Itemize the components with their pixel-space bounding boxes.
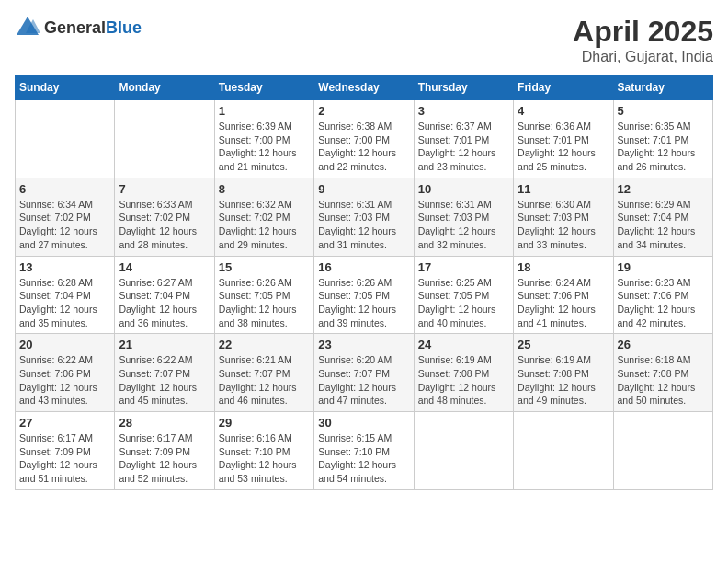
logo-icon: [15, 15, 40, 40]
day-detail: Sunrise: 6:19 AMSunset: 7:08 PMDaylight:…: [418, 353, 509, 408]
calendar-cell: 9Sunrise: 6:31 AMSunset: 7:03 PMDaylight…: [314, 178, 414, 256]
calendar-week-row: 1Sunrise: 6:39 AMSunset: 7:00 PMDaylight…: [16, 100, 713, 178]
day-detail: Sunrise: 6:27 AMSunset: 7:04 PMDaylight:…: [119, 276, 210, 330]
day-number: 21: [119, 338, 210, 351]
calendar-week-row: 13Sunrise: 6:28 AMSunset: 7:04 PMDayligh…: [16, 256, 713, 334]
day-detail: Sunrise: 6:26 AMSunset: 7:05 PMDaylight:…: [318, 276, 409, 330]
day-detail: Sunrise: 6:17 AMSunset: 7:09 PMDaylight:…: [19, 431, 110, 486]
day-number: 15: [219, 260, 310, 274]
calendar-cell: 12Sunrise: 6:29 AMSunset: 7:04 PMDayligh…: [613, 178, 712, 256]
day-number: 13: [19, 260, 110, 274]
calendar-cell: 21Sunrise: 6:22 AMSunset: 7:07 PMDayligh…: [115, 334, 214, 412]
calendar-cell: [414, 412, 513, 490]
day-detail: Sunrise: 6:25 AMSunset: 7:05 PMDaylight:…: [418, 276, 509, 330]
calendar-cell: 4Sunrise: 6:36 AMSunset: 7:01 PMDaylight…: [514, 100, 613, 178]
header-wednesday: Wednesday: [314, 75, 414, 100]
day-detail: Sunrise: 6:17 AMSunset: 7:09 PMDaylight:…: [119, 431, 210, 486]
day-number: 16: [318, 260, 409, 274]
day-number: 4: [518, 104, 609, 118]
calendar-cell: 17Sunrise: 6:25 AMSunset: 7:05 PMDayligh…: [414, 256, 513, 334]
calendar-cell: 29Sunrise: 6:16 AMSunset: 7:10 PMDayligh…: [214, 412, 313, 490]
title-area: April 2025 Dhari, Gujarat, India: [573, 15, 713, 65]
day-number: 6: [19, 182, 110, 196]
day-number: 25: [518, 338, 609, 351]
calendar-week-row: 20Sunrise: 6:22 AMSunset: 7:06 PMDayligh…: [16, 334, 713, 412]
day-detail: Sunrise: 6:15 AMSunset: 7:10 PMDaylight:…: [318, 431, 409, 486]
day-detail: Sunrise: 6:38 AMSunset: 7:00 PMDaylight:…: [318, 120, 409, 174]
calendar-cell: 1Sunrise: 6:39 AMSunset: 7:00 PMDaylight…: [214, 100, 313, 178]
calendar-cell: [115, 100, 214, 178]
day-number: 5: [618, 104, 709, 118]
calendar-cell: 19Sunrise: 6:23 AMSunset: 7:06 PMDayligh…: [613, 256, 712, 334]
day-number: 10: [418, 182, 509, 196]
calendar-cell: [613, 412, 712, 490]
header-sunday: Sunday: [16, 75, 115, 100]
month-title: April 2025: [573, 15, 713, 49]
day-number: 9: [318, 182, 409, 196]
calendar-cell: 23Sunrise: 6:20 AMSunset: 7:07 PMDayligh…: [314, 334, 414, 412]
calendar-cell: 27Sunrise: 6:17 AMSunset: 7:09 PMDayligh…: [16, 412, 115, 490]
day-detail: Sunrise: 6:29 AMSunset: 7:04 PMDaylight:…: [618, 198, 709, 252]
weekday-header-row: Sunday Monday Tuesday Wednesday Thursday…: [16, 75, 713, 100]
header-friday: Friday: [514, 75, 613, 100]
calendar-cell: 25Sunrise: 6:19 AMSunset: 7:08 PMDayligh…: [514, 334, 613, 412]
day-number: 11: [518, 182, 609, 196]
header-thursday: Thursday: [414, 75, 513, 100]
day-number: 7: [119, 182, 210, 196]
day-number: 1: [219, 104, 310, 118]
calendar-cell: 3Sunrise: 6:37 AMSunset: 7:01 PMDaylight…: [414, 100, 513, 178]
calendar-cell: 26Sunrise: 6:18 AMSunset: 7:08 PMDayligh…: [613, 334, 712, 412]
calendar-body: 1Sunrise: 6:39 AMSunset: 7:00 PMDaylight…: [16, 100, 713, 490]
day-detail: Sunrise: 6:16 AMSunset: 7:10 PMDaylight:…: [219, 431, 310, 486]
day-detail: Sunrise: 6:34 AMSunset: 7:02 PMDaylight:…: [19, 198, 110, 252]
calendar-cell: 28Sunrise: 6:17 AMSunset: 7:09 PMDayligh…: [115, 412, 214, 490]
calendar-cell: 11Sunrise: 6:30 AMSunset: 7:03 PMDayligh…: [514, 178, 613, 256]
day-detail: Sunrise: 6:21 AMSunset: 7:07 PMDaylight:…: [219, 353, 310, 408]
day-number: 20: [19, 338, 110, 351]
day-detail: Sunrise: 6:33 AMSunset: 7:02 PMDaylight:…: [119, 198, 210, 252]
day-number: 27: [19, 416, 110, 430]
header-monday: Monday: [115, 75, 214, 100]
calendar-cell: 30Sunrise: 6:15 AMSunset: 7:10 PMDayligh…: [314, 412, 414, 490]
calendar-cell: 10Sunrise: 6:31 AMSunset: 7:03 PMDayligh…: [414, 178, 513, 256]
day-number: 8: [219, 182, 310, 196]
day-number: 18: [518, 260, 609, 274]
calendar-cell: 18Sunrise: 6:24 AMSunset: 7:06 PMDayligh…: [514, 256, 613, 334]
day-detail: Sunrise: 6:32 AMSunset: 7:02 PMDaylight:…: [219, 198, 310, 252]
day-number: 14: [119, 260, 210, 274]
day-number: 26: [618, 338, 709, 351]
day-number: 22: [219, 338, 310, 351]
calendar-cell: 15Sunrise: 6:26 AMSunset: 7:05 PMDayligh…: [214, 256, 313, 334]
day-detail: Sunrise: 6:26 AMSunset: 7:05 PMDaylight:…: [219, 276, 310, 330]
day-detail: Sunrise: 6:31 AMSunset: 7:03 PMDaylight:…: [318, 198, 409, 252]
day-number: 29: [219, 416, 310, 430]
day-number: 28: [119, 416, 210, 430]
day-detail: Sunrise: 6:19 AMSunset: 7:08 PMDaylight:…: [518, 353, 609, 408]
calendar-cell: 14Sunrise: 6:27 AMSunset: 7:04 PMDayligh…: [115, 256, 214, 334]
day-detail: Sunrise: 6:22 AMSunset: 7:06 PMDaylight:…: [19, 353, 110, 408]
day-detail: Sunrise: 6:35 AMSunset: 7:01 PMDaylight:…: [618, 120, 709, 174]
day-detail: Sunrise: 6:20 AMSunset: 7:07 PMDaylight:…: [318, 353, 409, 408]
page-header: GeneralBlue April 2025 Dhari, Gujarat, I…: [15, 15, 713, 65]
calendar-week-row: 6Sunrise: 6:34 AMSunset: 7:02 PMDaylight…: [16, 178, 713, 256]
calendar-cell: 7Sunrise: 6:33 AMSunset: 7:02 PMDaylight…: [115, 178, 214, 256]
day-number: 23: [318, 338, 409, 351]
day-number: 30: [318, 416, 409, 430]
day-number: 17: [418, 260, 509, 274]
day-number: 2: [318, 104, 409, 118]
day-number: 12: [618, 182, 709, 196]
day-detail: Sunrise: 6:37 AMSunset: 7:01 PMDaylight:…: [418, 120, 509, 174]
calendar-week-row: 27Sunrise: 6:17 AMSunset: 7:09 PMDayligh…: [16, 412, 713, 490]
day-detail: Sunrise: 6:30 AMSunset: 7:03 PMDaylight:…: [518, 198, 609, 252]
logo-general-text: GeneralBlue: [44, 19, 142, 37]
day-detail: Sunrise: 6:28 AMSunset: 7:04 PMDaylight:…: [19, 276, 110, 330]
header-saturday: Saturday: [613, 75, 712, 100]
day-detail: Sunrise: 6:39 AMSunset: 7:00 PMDaylight:…: [219, 120, 310, 174]
calendar-table: Sunday Monday Tuesday Wednesday Thursday…: [15, 75, 713, 490]
calendar-cell: [514, 412, 613, 490]
day-number: 19: [618, 260, 709, 274]
calendar-cell: 20Sunrise: 6:22 AMSunset: 7:06 PMDayligh…: [16, 334, 115, 412]
calendar-cell: 22Sunrise: 6:21 AMSunset: 7:07 PMDayligh…: [214, 334, 313, 412]
calendar-cell: [16, 100, 115, 178]
day-detail: Sunrise: 6:23 AMSunset: 7:06 PMDaylight:…: [618, 276, 709, 330]
